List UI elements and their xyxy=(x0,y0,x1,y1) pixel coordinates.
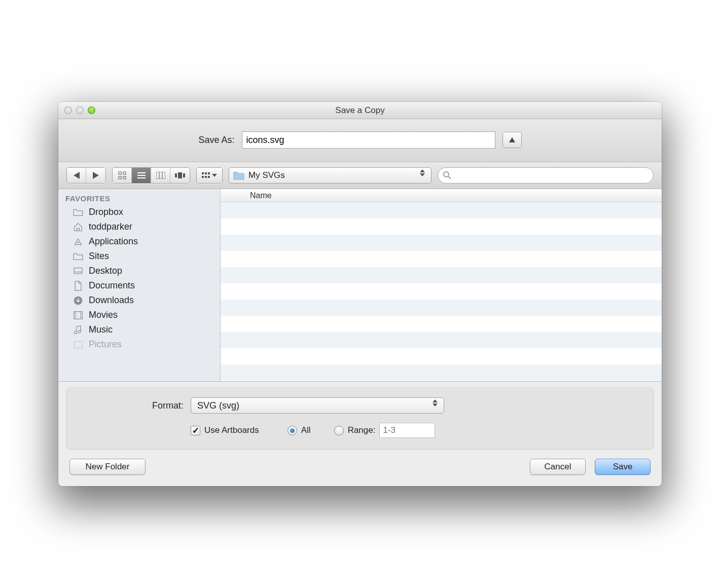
filename-input[interactable] xyxy=(242,131,495,149)
folder-icon xyxy=(233,171,244,180)
sidebar-item-label: Dropbox xyxy=(89,207,123,217)
minimize-button[interactable] xyxy=(76,106,84,114)
column-view-button[interactable] xyxy=(151,168,170,183)
titlebar: Save a Copy xyxy=(58,102,662,119)
file-rows[interactable] xyxy=(221,202,662,381)
range-radio[interactable] xyxy=(334,426,344,435)
pictures-icon xyxy=(73,340,84,350)
close-button[interactable] xyxy=(64,106,72,114)
file-row xyxy=(221,300,662,316)
svg-rect-16 xyxy=(202,172,204,174)
svg-point-23 xyxy=(444,172,449,177)
svg-marker-2 xyxy=(93,172,99,179)
format-label: Format: xyxy=(87,400,184,411)
folder-icon xyxy=(73,207,84,217)
expand-collapse-button[interactable] xyxy=(502,132,522,148)
file-row xyxy=(221,348,662,364)
list-view-button[interactable] xyxy=(132,168,151,183)
list-icon xyxy=(137,172,146,178)
svg-rect-3 xyxy=(119,172,121,174)
sidebar-item-label: Pictures xyxy=(89,339,122,350)
svg-rect-21 xyxy=(208,176,210,178)
sidebar-header: FAVORITES xyxy=(58,192,220,205)
applications-icon xyxy=(73,237,84,247)
svg-marker-22 xyxy=(212,174,217,177)
all-radio[interactable] xyxy=(287,426,297,435)
nav-back-forward xyxy=(66,167,106,183)
search-field[interactable] xyxy=(438,167,654,183)
back-button[interactable] xyxy=(67,168,86,183)
svg-rect-36 xyxy=(74,341,82,348)
music-icon xyxy=(73,325,84,335)
downloads-icon xyxy=(73,296,84,306)
save-button[interactable]: Save xyxy=(595,459,651,475)
icon-view-button[interactable] xyxy=(113,168,132,183)
stepper-icon xyxy=(420,169,428,176)
svg-rect-19 xyxy=(202,176,204,178)
use-artboards-label: Use Artboards xyxy=(204,425,259,435)
arrange-button[interactable] xyxy=(197,168,222,183)
all-label: All xyxy=(301,425,311,435)
sidebar-item-label: Music xyxy=(89,324,113,335)
file-row xyxy=(221,202,662,218)
sidebar-item-applications[interactable]: Applications xyxy=(58,234,220,249)
search-icon xyxy=(443,171,451,179)
file-row xyxy=(221,364,662,381)
file-row xyxy=(221,283,662,300)
file-row xyxy=(221,251,662,267)
triangle-left-icon xyxy=(74,172,80,179)
sidebar-item-music[interactable]: Music xyxy=(58,322,220,337)
svg-rect-10 xyxy=(156,172,165,179)
save-label: Save xyxy=(613,462,633,472)
svg-rect-15 xyxy=(183,173,185,177)
grid-small-icon xyxy=(202,172,210,178)
sidebar-item-label: Desktop xyxy=(89,266,122,276)
svg-line-24 xyxy=(448,176,451,179)
sidebar-item-documents[interactable]: Documents xyxy=(58,278,220,293)
svg-rect-13 xyxy=(175,173,177,177)
chevron-down-icon xyxy=(212,174,217,177)
format-panel: Format: SVG (svg) Use Artboards All Rang… xyxy=(66,388,654,450)
dialog-footer: New Folder Cancel Save xyxy=(58,450,662,486)
svg-rect-5 xyxy=(119,176,121,179)
sidebar-item-label: Movies xyxy=(89,310,118,320)
sidebar-item-home[interactable]: toddparker xyxy=(58,219,220,234)
new-folder-button[interactable]: New Folder xyxy=(69,459,146,475)
sidebar-item-sites[interactable]: Sites xyxy=(58,249,220,264)
columns-icon xyxy=(156,172,165,179)
column-header-name[interactable]: Name xyxy=(221,189,662,202)
svg-rect-26 xyxy=(74,268,82,273)
svg-rect-4 xyxy=(123,172,126,174)
path-popup[interactable]: My SVGs xyxy=(229,167,431,183)
coverflow-view-button[interactable] xyxy=(170,168,190,183)
zoom-button[interactable] xyxy=(88,106,95,114)
range-label: Range: xyxy=(348,425,376,435)
svg-rect-20 xyxy=(205,176,207,178)
format-popup[interactable]: SVG (svg) xyxy=(191,397,444,414)
file-browser: FAVORITES Dropbox toddparker Application… xyxy=(58,189,662,382)
file-list: Name xyxy=(221,189,662,381)
save-as-row: Save As: xyxy=(58,119,662,162)
use-artboards-checkbox[interactable] xyxy=(191,426,200,435)
svg-marker-0 xyxy=(509,137,515,142)
sidebar-item-label: Sites xyxy=(89,251,109,262)
sidebar-item-desktop[interactable]: Desktop xyxy=(58,264,220,278)
svg-rect-6 xyxy=(123,176,126,179)
cancel-button[interactable]: Cancel xyxy=(530,459,586,475)
sidebar-item-movies[interactable]: Movies xyxy=(58,308,220,322)
triangle-right-icon xyxy=(93,172,99,179)
svg-marker-1 xyxy=(74,172,80,179)
svg-rect-17 xyxy=(205,172,207,174)
arrange-segment xyxy=(196,167,223,183)
file-row xyxy=(221,218,662,235)
sidebar-item-label: Applications xyxy=(89,236,138,247)
forward-button[interactable] xyxy=(86,168,105,183)
sidebar-item-pictures[interactable]: Pictures xyxy=(58,337,220,352)
sidebar: FAVORITES Dropbox toddparker Application… xyxy=(58,189,221,381)
sidebar-item-dropbox[interactable]: Dropbox xyxy=(58,205,220,219)
save-as-label: Save As: xyxy=(198,135,234,145)
stepper-icon xyxy=(433,399,441,407)
range-input[interactable] xyxy=(379,423,435,438)
sidebar-item-downloads[interactable]: Downloads xyxy=(58,293,220,308)
search-input[interactable] xyxy=(451,171,648,180)
